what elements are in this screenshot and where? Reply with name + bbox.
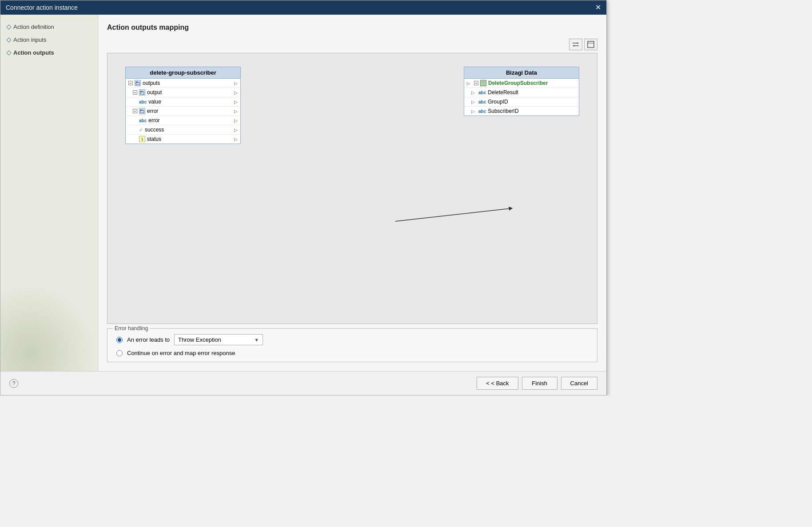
error-row-2: Continue on error and map error response	[116, 350, 588, 356]
row-label: output	[147, 89, 162, 96]
left-tree-box: delete-group-subscriber − outputs ▷	[125, 67, 241, 144]
sidebar: Action definition Action inputs Action o…	[0, 15, 98, 371]
auto-map-icon	[572, 41, 580, 48]
row-label: SubscriberID	[488, 108, 518, 114]
collapse-icon[interactable]: −	[128, 81, 133, 85]
sidebar-item-action-outputs[interactable]: Action outputs	[7, 49, 91, 56]
collapse-icon[interactable]: −	[133, 90, 137, 95]
arrow-icon: ▷	[234, 118, 238, 123]
error-label-1: An error leads to	[127, 336, 170, 343]
tree-row: ▷ abc GroupID	[464, 97, 579, 107]
abc-icon: abc	[478, 100, 486, 104]
right-tree-header: Bizagi Data	[464, 67, 579, 79]
row-label: outputs	[143, 80, 160, 86]
throw-exception-dropdown[interactable]: Throw Exception ▼	[174, 334, 263, 345]
main-content: Action outputs mapping	[98, 15, 606, 371]
help-button[interactable]: ?	[9, 379, 18, 388]
folder-icon	[139, 108, 145, 114]
error-label-2: Continue on error and map error response	[127, 350, 235, 356]
row-label: DeleteResult	[488, 89, 518, 96]
diamond-icon	[6, 50, 11, 55]
folder-icon	[139, 89, 145, 96]
row-label: DeleteGroupSubscriber	[488, 80, 548, 86]
tree-row: − error ▷	[126, 107, 240, 116]
tree-row: ▷ − DeleteGroupSubscriber	[464, 79, 579, 88]
left-arrow-icon: ▷	[471, 109, 475, 114]
num-icon: 1	[139, 136, 145, 142]
tree-row: 1 status ▷	[126, 135, 240, 144]
connector-action-dialog: Connector action instance ✕ Action defin…	[0, 0, 607, 395]
folder-icon	[135, 80, 141, 86]
abc-icon: abc	[478, 109, 486, 114]
dialog-title: Connector action instance	[6, 4, 78, 11]
tree-row: − outputs ▷	[126, 79, 240, 88]
chevron-down-icon: ▼	[254, 337, 259, 343]
row-label: value	[148, 99, 161, 105]
diamond-icon	[6, 37, 11, 42]
left-arrow-icon: ▷	[467, 81, 470, 86]
error-radio-2[interactable]	[116, 350, 123, 356]
back-button[interactable]: < < Back	[477, 377, 518, 390]
svg-marker-1	[577, 42, 579, 44]
check-icon: ✓	[139, 127, 143, 133]
svg-rect-4	[588, 41, 594, 48]
dropdown-value: Throw Exception	[178, 336, 221, 343]
footer-left: ?	[9, 379, 473, 388]
left-arrow-icon: ▷	[471, 100, 475, 104]
close-button[interactable]: ✕	[595, 4, 601, 11]
page-title: Action outputs mapping	[107, 24, 597, 32]
row-label: error	[148, 117, 159, 124]
error-radio-1[interactable]	[116, 337, 123, 343]
diamond-icon	[6, 24, 11, 29]
mapping-canvas: delete-group-subscriber − outputs ▷	[107, 53, 597, 324]
tree-row: − output ▷	[126, 88, 240, 97]
expand-icon	[587, 41, 594, 48]
sidebar-item-action-inputs[interactable]: Action inputs	[7, 36, 91, 43]
title-bar: Connector action instance ✕	[0, 0, 606, 15]
svg-marker-3	[573, 45, 574, 47]
finish-button[interactable]: Finish	[522, 377, 557, 390]
arrow-icon: ▷	[234, 81, 238, 86]
sidebar-item-label: Action definition	[13, 24, 54, 30]
tree-row-delete-result: ▷ abc DeleteResult	[464, 88, 579, 97]
left-arrow-icon: ▷	[471, 90, 475, 95]
error-handling-section: Error handling An error leads to Throw E…	[107, 328, 597, 362]
tree-row: ▷ abc SubscriberID	[464, 107, 579, 116]
collapse-icon[interactable]: −	[474, 81, 478, 85]
row-label: error	[147, 108, 158, 114]
row-label: status	[147, 136, 161, 142]
abc-icon: abc	[139, 118, 147, 123]
sidebar-item-label: Action outputs	[13, 49, 54, 56]
tree-row: abc error ▷	[126, 116, 240, 125]
sidebar-item-label: Action inputs	[13, 36, 46, 43]
table-icon	[480, 80, 486, 86]
error-handling-legend: Error handling	[113, 325, 150, 331]
row-label: success	[145, 127, 164, 133]
arrow-icon: ▷	[234, 128, 238, 132]
row-label: GroupID	[488, 99, 508, 105]
abc-icon: abc	[139, 100, 147, 104]
arrow-icon: ▷	[234, 137, 238, 142]
right-tree-box: Bizagi Data ▷ −	[464, 67, 579, 116]
dialog-body: Action definition Action inputs Action o…	[0, 15, 606, 371]
error-row-1: An error leads to Throw Exception ▼	[116, 334, 588, 345]
auto-map-button[interactable]	[569, 39, 582, 50]
dialog-footer: ? < < Back Finish Cancel	[0, 371, 606, 395]
sidebar-item-action-definition[interactable]: Action definition	[7, 24, 91, 30]
mapping-toolbar	[107, 39, 597, 50]
help-label: ?	[12, 380, 16, 387]
tree-row: ✓ success ▷	[126, 125, 240, 135]
left-tree-header: delete-group-subscriber	[126, 67, 240, 79]
collapse-icon[interactable]: −	[133, 109, 137, 113]
cancel-button[interactable]: Cancel	[561, 377, 597, 390]
arrow-icon: ▷	[234, 100, 238, 104]
abc-icon: abc	[478, 90, 486, 95]
expand-button[interactable]	[584, 39, 597, 50]
arrow-icon: ▷	[234, 109, 238, 114]
mapping-inner: delete-group-subscriber − outputs ▷	[107, 53, 597, 323]
svg-line-12	[395, 208, 511, 221]
arrow-icon: ▷	[234, 90, 238, 95]
tree-row-value: abc value ▷	[126, 97, 240, 107]
